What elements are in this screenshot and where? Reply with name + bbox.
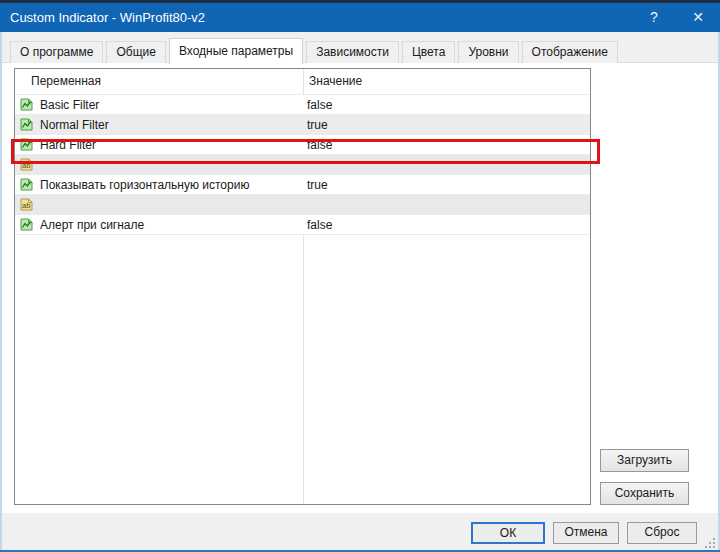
param-name: Basic Filter (40, 98, 99, 112)
tab-0[interactable]: О программе (10, 41, 103, 63)
help-icon: ? (650, 9, 658, 25)
chart-param-icon (20, 218, 33, 231)
tab-label: Отображение (532, 45, 608, 59)
chart-param-icon (20, 98, 33, 111)
param-value[interactable]: true (303, 178, 590, 192)
chart-param-icon (20, 118, 33, 131)
param-name-cell: ab Basic Filter (15, 98, 303, 112)
tab-5[interactable]: Уровни (458, 41, 518, 63)
reset-button[interactable]: Сброс (627, 522, 697, 544)
param-row[interactable]: ab (15, 195, 590, 215)
param-name-cell: ab Алерт при сигнале (15, 218, 303, 232)
help-button[interactable]: ? (632, 3, 676, 32)
param-name-cell: ab (15, 158, 303, 171)
param-name: Показывать горизонтальную историю (40, 178, 249, 192)
tab-6[interactable]: Отображение (522, 41, 618, 63)
input-parameters-page: Переменная Значение ab B (2, 62, 718, 513)
param-row[interactable]: ab Алерт при сигнале false (15, 215, 590, 235)
close-icon: ✕ (692, 9, 704, 25)
window-border-left (0, 32, 2, 552)
custom-indicator-dialog: Custom Indicator - WinProfit80-v2 ? ✕ О … (0, 0, 720, 552)
load-button[interactable]: Загрузить (600, 449, 689, 472)
title-bar[interactable]: Custom Indicator - WinProfit80-v2 ? ✕ (0, 0, 720, 32)
tab-2[interactable]: Входные параметры (169, 38, 303, 64)
save-button[interactable]: Сохранить (600, 482, 689, 505)
tab-1[interactable]: Общие (106, 41, 165, 63)
param-row[interactable]: ab Показывать горизонтальную историю tru… (15, 175, 590, 195)
param-value[interactable]: false (303, 98, 590, 112)
parameters-table: Переменная Значение ab B (14, 68, 591, 505)
svg-text:ab: ab (22, 161, 30, 170)
svg-text:ab: ab (22, 201, 30, 210)
param-name-cell: ab Normal Filter (15, 118, 303, 132)
tab-label: Цвета (412, 45, 445, 59)
column-header-value: Значение (303, 69, 590, 94)
param-value[interactable]: true (303, 118, 590, 132)
tab-label: Уровни (468, 45, 508, 59)
chart-param-icon (20, 178, 33, 191)
tab-label: Зависимости (316, 45, 389, 59)
tab-label: Входные параметры (179, 44, 293, 58)
tab-4[interactable]: Цвета (402, 41, 455, 63)
param-name-cell: ab (15, 198, 303, 211)
param-name-cell: ab Показывать горизонтальную историю (15, 178, 303, 192)
param-name-cell: ab Hard Filter (15, 138, 303, 152)
param-row[interactable]: ab Hard Filter false (15, 135, 590, 155)
param-row[interactable]: ab Normal Filter true (15, 115, 590, 135)
window-title: Custom Indicator - WinProfit80-v2 (0, 10, 632, 25)
tab-label: О программе (20, 45, 93, 59)
table-rows: ab Basic Filter false ab Nor (15, 95, 590, 235)
tab-label: Общие (116, 45, 155, 59)
tab-3[interactable]: Зависимости (306, 41, 399, 63)
resize-grip[interactable] (704, 537, 715, 548)
string-param-icon: ab (20, 158, 33, 171)
param-row[interactable]: ab (15, 155, 590, 175)
string-param-icon: ab (20, 198, 33, 211)
param-name: Алерт при сигнале (40, 218, 144, 232)
tab-bar: О программе Общие Входные параметры Зави… (10, 34, 714, 63)
ok-button[interactable]: ОК (471, 522, 545, 544)
param-name: Normal Filter (40, 118, 109, 132)
close-button[interactable]: ✕ (676, 3, 720, 32)
param-name: Hard Filter (40, 138, 96, 152)
cancel-button[interactable]: Отмена (553, 522, 619, 544)
column-header-variable: Переменная (15, 69, 303, 94)
chart-param-icon (20, 138, 33, 151)
param-value[interactable]: false (303, 138, 590, 152)
param-value[interactable]: false (303, 218, 590, 232)
param-row[interactable]: ab Basic Filter false (15, 95, 590, 115)
